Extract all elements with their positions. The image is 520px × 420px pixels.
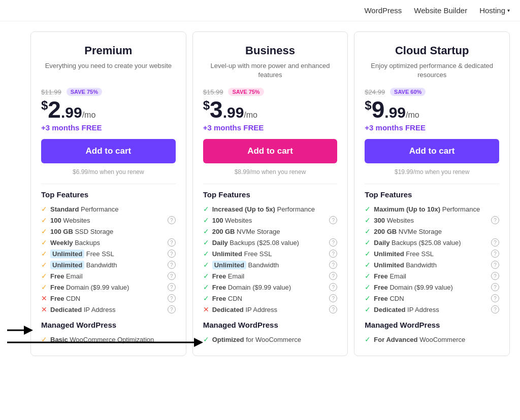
feature-bold-text: 200 GB [212,228,235,235]
info-icon[interactable]: ? [329,305,337,313]
check-icon: ✓ [365,335,371,343]
feature-item: ✕ Dedicated IP Address ? [203,305,338,313]
feature-text: Free Email [50,272,83,280]
feature-bold-text: 200 GB [374,228,397,235]
check-icon: ✓ [41,216,47,224]
price-period: /mo [406,111,419,119]
feature-item: ✓ 300 Websites ? [365,216,499,224]
feature-bold-text: Unlimited [212,261,246,269]
feature-left: ✓ Free Email [203,272,245,280]
info-icon[interactable]: ? [491,261,499,269]
check-icon: ✓ [41,205,47,213]
info-icon[interactable]: ? [168,238,176,247]
feature-bold-text: Unlimited [50,261,84,269]
nav-item-website-builder[interactable]: Website Builder [414,6,467,15]
info-icon[interactable]: ? [329,238,337,247]
feature-text: Free CDN [50,295,80,302]
managed-title: Managed WordPress [203,321,338,329]
months-free: +3 months FREE [203,123,338,132]
feature-text: Unlimited Free SSL [50,250,114,258]
feature-left: ✓ Free CDN [365,294,404,302]
price-currency: $ [41,98,48,112]
info-icon[interactable]: ? [168,250,176,258]
info-icon[interactable]: ? [491,272,499,280]
price-currency: $ [365,98,371,112]
feature-left: ✓ Standard Performance [41,205,118,213]
info-icon[interactable]: ? [168,216,176,224]
check-icon: ✓ [365,294,371,302]
x-icon: ✕ [203,305,209,313]
info-icon[interactable]: ? [168,305,176,313]
save-badge: SAVE 75% [67,88,102,96]
info-icon[interactable]: ? [329,261,337,269]
plan-desc: Everything you need to create your websi… [41,61,176,80]
renew-price: $6.99/mo when you renew [41,168,176,176]
info-icon[interactable]: ? [329,216,337,224]
info-icon[interactable]: ? [491,250,499,258]
plan-card-cloud: Cloud Startup Enjoy optimized performanc… [354,31,510,356]
feature-text: Free CDN [374,295,404,302]
feature-left: ✕ Dedicated IP Address [203,305,277,313]
feature-bold-text: Dedicated [212,306,244,313]
feature-bold-text: Dedicated [374,306,405,313]
info-icon[interactable]: ? [491,294,499,302]
divider [41,184,176,184]
feature-left: ✓ 200 GB NVMe Storage [365,227,442,235]
feature-text: 200 GB NVMe Storage [374,228,442,235]
info-icon[interactable]: ? [491,283,499,291]
add-to-cart-button[interactable]: Add to cart [41,139,176,163]
feature-text: Increased (Up to 5x) Performance [212,205,315,213]
feature-bold-text: Dedicated [50,306,82,313]
feature-item: ✓ Daily Backups ($25.08 value) ? [203,238,338,247]
feature-text: Weekly Backups [50,239,100,247]
original-price: $24.99 [365,88,385,96]
feature-item: ✓ Unlimited Bandwidth ? [365,261,499,269]
feature-bold-text: Maximum (Up to 10x) [374,205,440,213]
check-icon: ✓ [365,205,371,213]
nav-item-hosting[interactable]: Hosting ▾ [479,6,510,15]
info-icon[interactable]: ? [329,294,337,302]
price-period: /mo [82,111,96,119]
add-to-cart-button[interactable]: Add to cart [365,139,499,163]
info-icon[interactable]: ? [168,261,176,269]
feature-left: ✓ Daily Backups ($25.08 value) [365,238,461,247]
feature-bold-text: 100 [212,217,223,224]
feature-bold-text: Daily [374,239,389,247]
feature-item: ✓ Free Email ? [41,272,176,280]
feature-bold-text: Increased (Up to 5x) [212,205,275,213]
feature-item: ✓ Free CDN ? [365,294,499,302]
info-icon[interactable]: ? [168,272,176,280]
info-icon[interactable]: ? [491,305,499,313]
managed-feature-list: ✓ For Advanced WooCommerce [365,335,499,343]
feature-item: ✓ Increased (Up to 5x) Performance [203,205,338,213]
feature-list: ✓ Maximum (Up to 10x) Performance ✓ 300 … [365,205,499,313]
plan-name: Business [203,44,338,57]
feature-left: ✓ 100 Websites [41,216,90,224]
info-icon[interactable]: ? [329,283,337,291]
feature-text: 100 Websites [50,217,90,224]
features-title: Top Features [41,190,176,199]
info-icon[interactable]: ? [491,238,499,247]
feature-item: ✓ Unlimited Free SSL ? [41,250,176,258]
feature-left: ✓ 100 GB SSD Storage [41,227,113,235]
info-icon[interactable]: ? [329,250,337,258]
feature-bold-text: Unlimited [50,250,84,258]
info-icon[interactable]: ? [168,294,176,302]
nav-item-wordpress[interactable]: WordPress [364,6,402,15]
check-icon: ✓ [41,238,47,247]
check-icon: ✓ [203,216,209,224]
add-to-cart-button[interactable]: Add to cart [203,139,338,163]
feature-item: ✓ Free Email ? [203,272,338,280]
divider [365,184,499,184]
arrow-bandwidth [6,337,204,348]
original-price: $11.99 [41,88,61,96]
info-icon[interactable]: ? [491,216,499,224]
info-icon[interactable]: ? [329,272,337,280]
plan-name: Cloud Startup [365,44,499,57]
price-row: $24.99 SAVE 60% [365,88,499,96]
feature-bold-text: 300 [374,217,385,224]
plan-name: Premium [41,44,176,57]
managed-section: Managed WordPress ✓ For Advanced WooComm… [365,321,499,343]
info-icon[interactable]: ? [168,283,176,291]
check-icon: ✓ [203,294,209,302]
